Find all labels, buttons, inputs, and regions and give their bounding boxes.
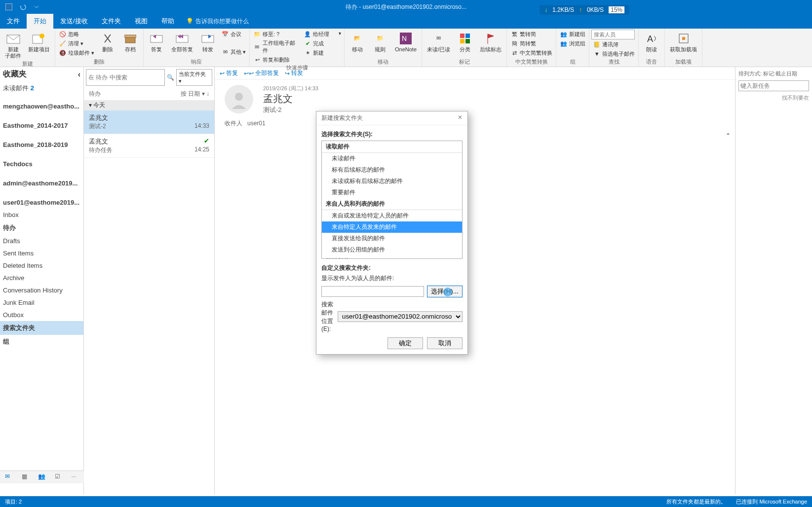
tab-view[interactable]: 视图: [128, 14, 155, 29]
opt-flagged[interactable]: 标有后续标志的邮件: [322, 164, 462, 176]
ok-button[interactable]: 确定: [387, 337, 423, 349]
opt-unread[interactable]: 未读邮件: [322, 153, 462, 164]
message-item-0[interactable]: 孟兆文 测试-214:33: [84, 110, 214, 134]
quick-gallery-more[interactable]: ▾: [338, 30, 342, 37]
search-folder-type-list[interactable]: 读取邮件 未读邮件 标有后续标志的邮件 未读或标有后续标志的邮件 重要邮件 来自…: [321, 141, 463, 259]
message-search-input[interactable]: [86, 69, 165, 86]
nav-people-icon[interactable]: 👥: [38, 473, 46, 482]
tab-file[interactable]: 文件: [0, 14, 27, 29]
folder-inbox[interactable]: Inbox: [0, 209, 83, 221]
categorize-button[interactable]: 分类: [454, 30, 476, 54]
new-task-input[interactable]: [738, 80, 809, 91]
search-people-input[interactable]: [591, 30, 635, 39]
tab-send-receive[interactable]: 发送/接收: [53, 14, 95, 29]
rules-button[interactable]: 📁规则: [369, 30, 391, 54]
quick-team[interactable]: ✉工作组电子邮件: [252, 39, 301, 55]
tell-me-search[interactable]: 💡 告诉我你想要做什么: [186, 14, 249, 29]
msglist-sort[interactable]: 按 日期 ▾ ↓: [181, 90, 209, 98]
nav-more-icon[interactable]: ···: [71, 473, 79, 482]
folder-todo[interactable]: 待办: [0, 221, 83, 235]
favorites-header[interactable]: 收藏夹‹: [0, 67, 83, 81]
folder-conversation[interactable]: Conversation History: [0, 284, 83, 296]
ignore-button[interactable]: 🚫忽略: [57, 30, 96, 38]
folder-search-folders[interactable]: 搜索文件夹: [0, 321, 83, 335]
get-addins-button[interactable]: 获取加载项: [667, 30, 700, 54]
account-0[interactable]: mengzhaowen@eastho...: [0, 100, 83, 112]
new-group-button[interactable]: 👥新建组: [558, 30, 587, 38]
undo-icon[interactable]: [17, 1, 29, 13]
control-menu-icon[interactable]: [3, 1, 15, 13]
message-item-1[interactable]: 孟兆文✔ 待办任务14:25: [84, 134, 214, 158]
folder-drafts[interactable]: Drafts: [0, 235, 83, 247]
folder-sent[interactable]: Sent Items: [0, 247, 83, 259]
account-1[interactable]: Easthome_2014-2017: [0, 119, 83, 132]
filter-email-button[interactable]: ▼筛选电子邮件: [591, 49, 636, 58]
tab-home[interactable]: 开始: [27, 14, 53, 29]
account-3[interactable]: Techdocs: [0, 158, 83, 170]
menu-bar: 文件 开始 发送/接收 文件夹 视图 帮助 💡 告诉我你想要做什么: [0, 14, 812, 29]
tab-folder[interactable]: 文件夹: [95, 14, 128, 29]
opt-to-from-person[interactable]: 来自或发送给特定人员的邮件: [322, 210, 462, 221]
reply-button[interactable]: 答复: [146, 30, 167, 54]
quick-new[interactable]: ✶新建: [302, 48, 337, 57]
new-item-button[interactable]: 新建项目: [25, 30, 53, 54]
opt-to-public-group[interactable]: 发送到公用组的邮件: [322, 244, 462, 255]
search-location-select[interactable]: user01@easthome201902.onmicroso: [338, 311, 463, 322]
reading-forward-button[interactable]: ↪ 转发: [285, 69, 303, 77]
forward-button[interactable]: 转发: [197, 30, 219, 54]
more-respond-button[interactable]: ✉其他▾: [220, 47, 247, 56]
browse-group-button[interactable]: 👥浏览组: [558, 39, 587, 48]
meeting-button[interactable]: 📅会议: [220, 30, 247, 38]
collapse-header-icon[interactable]: ⌃: [726, 132, 731, 139]
reply-all-button[interactable]: 全部答复: [168, 30, 196, 54]
reading-reply-button[interactable]: ↩ 答复: [220, 69, 238, 77]
read-aloud-button[interactable]: A朗读: [641, 30, 662, 54]
nav-tasks-icon[interactable]: ☑: [55, 473, 63, 482]
person-input[interactable]: [321, 286, 424, 297]
search-scope-dropdown[interactable]: 当前文件夹 ▾: [176, 69, 212, 86]
opt-from-person[interactable]: 来自特定人员发来的邮件: [322, 221, 462, 233]
addin-icon: [676, 31, 692, 46]
trad-to-simp[interactable]: 繁繁转简: [509, 30, 554, 38]
unread-read-button[interactable]: ✉未读/已读: [424, 30, 453, 54]
simp-to-trad[interactable]: 簡简转繁: [509, 39, 554, 48]
tab-help[interactable]: 帮助: [155, 14, 181, 29]
chinese-conv[interactable]: ⇄中文简繁转换: [509, 48, 554, 57]
address-book-button[interactable]: 📒通讯簿: [591, 40, 636, 49]
folder-outbox[interactable]: Outbox: [0, 309, 83, 321]
folder-junk[interactable]: Junk Email: [0, 296, 83, 309]
account-4[interactable]: admin@easthome2019...: [0, 177, 83, 189]
account-2[interactable]: Easthome_2018-2019: [0, 139, 83, 151]
collapse-icon[interactable]: ‹: [78, 70, 80, 79]
quick-moveto[interactable]: 📁移至: ?: [252, 30, 301, 38]
opt-important[interactable]: 重要邮件: [322, 187, 462, 198]
onenote-button[interactable]: NOneNote: [392, 30, 420, 54]
delete-button[interactable]: 删除: [97, 30, 118, 54]
reading-reply-all-button[interactable]: ↩↩ 全部答复: [244, 69, 279, 77]
msglist-group-today[interactable]: ▾ 今天: [84, 100, 214, 110]
folder-deleted[interactable]: Deleted Items: [0, 259, 83, 272]
task-sort-label[interactable]: 排列方式: 标记:截止日期: [738, 70, 809, 77]
search-icon[interactable]: 🔍: [167, 74, 174, 81]
quick-done[interactable]: ✔完成: [302, 39, 337, 48]
move-button[interactable]: 📂移动: [347, 30, 368, 54]
junk-button[interactable]: 🚯垃圾邮件▾: [57, 48, 96, 57]
opt-unread-or-flagged[interactable]: 未读或标有后续标志的邮件: [322, 176, 462, 187]
opt-direct-to-me[interactable]: 直接发送给我的邮件: [322, 233, 462, 244]
nav-calendar-icon[interactable]: ▦: [22, 473, 30, 482]
folder-groups[interactable]: 组: [0, 335, 83, 349]
account-5[interactable]: user01@easthome2019...: [0, 196, 83, 209]
nav-mail-icon[interactable]: ✉: [5, 473, 13, 482]
dialog-close-button[interactable]: ✕: [458, 114, 463, 122]
folder-archive[interactable]: Archive: [0, 272, 83, 284]
cancel-button[interactable]: 取消: [427, 337, 463, 349]
quick-reply-delete[interactable]: ↩答复和删除: [252, 55, 301, 64]
choose-person-button[interactable]: 选择(H)...: [427, 286, 463, 297]
new-email-button[interactable]: 新建 子邮件: [2, 30, 24, 60]
archive-button[interactable]: 存档: [119, 30, 141, 54]
folder-unread[interactable]: 未读邮件 2: [0, 81, 83, 95]
qat-customize-icon[interactable]: [31, 1, 42, 13]
quick-to-manager[interactable]: 👤给经理: [302, 30, 337, 38]
clean-button[interactable]: 🧹清理▾: [57, 39, 96, 48]
followup-button[interactable]: 后续标志: [477, 30, 504, 54]
